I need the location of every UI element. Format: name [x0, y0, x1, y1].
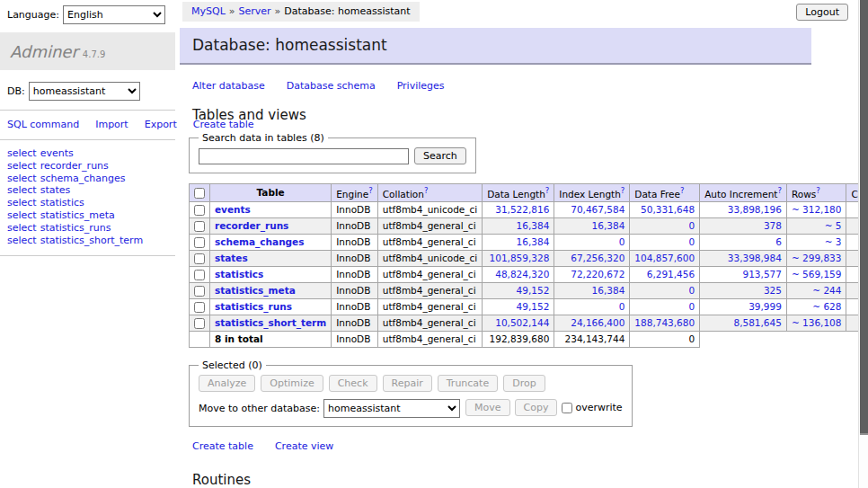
index-length-link[interactable]: 24,166,400: [559, 317, 624, 328]
auto-increment-link[interactable]: 378: [704, 220, 782, 231]
data-free-link[interactable]: 50,331,648: [634, 204, 695, 215]
index-length-link[interactable]: 16,384: [559, 220, 624, 231]
row-checkbox[interactable]: [194, 270, 205, 280]
create-table-link[interactable]: Create table: [192, 440, 253, 452]
table-name-link[interactable]: statistics_short_term: [215, 317, 326, 328]
db-select[interactable]: homeassistant: [29, 82, 140, 101]
data-length-link[interactable]: 16,384: [487, 220, 549, 231]
select-all-checkbox[interactable]: [194, 188, 205, 199]
auto-increment-link[interactable]: 8,581,645: [704, 317, 782, 328]
auto-increment-link[interactable]: 6: [704, 236, 782, 247]
sidebar-table-link[interactable]: statistics_short_term: [40, 235, 143, 246]
row-checkbox[interactable]: [194, 237, 205, 248]
data-free-link[interactable]: 0: [634, 301, 695, 312]
data-length-link[interactable]: 101,859,328: [487, 253, 549, 263]
language-select[interactable]: English: [63, 5, 165, 24]
table-name-link[interactable]: recorder_runs: [215, 220, 288, 231]
overwrite-checkbox[interactable]: [562, 403, 572, 413]
help-link[interactable]: ?: [816, 186, 820, 195]
help-link[interactable]: ?: [424, 186, 429, 195]
data-free-link[interactable]: 104,857,600: [634, 253, 695, 263]
privileges-link[interactable]: Privileges: [397, 80, 445, 92]
data-free-link[interactable]: 0: [634, 220, 695, 231]
data-free-link[interactable]: 188,743,680: [634, 317, 695, 328]
sidebar-table-link[interactable]: recorder_runs: [40, 160, 109, 172]
table-name-link[interactable]: schema_changes: [215, 236, 305, 247]
rows-count-link[interactable]: ~ 3: [792, 236, 842, 247]
index-length-link[interactable]: 16,384: [559, 285, 624, 296]
rows-count-link[interactable]: ~ 299,833: [792, 253, 842, 263]
auto-increment-link[interactable]: 913,577: [704, 269, 782, 279]
truncate-button[interactable]: Truncate: [438, 375, 498, 392]
sidebar-table-link[interactable]: states: [40, 184, 71, 196]
rows-count-link[interactable]: ~ 136,108: [792, 317, 842, 328]
analyze-button[interactable]: Analyze: [199, 375, 255, 392]
table-name-link[interactable]: statistics_meta: [215, 285, 296, 296]
auto-increment-link[interactable]: 33,398,984: [704, 253, 782, 263]
export-link[interactable]: Export: [145, 119, 177, 130]
scrollbar-thumb[interactable]: [860, 0, 868, 435]
help-link[interactable]: ?: [621, 186, 625, 195]
search-input[interactable]: [199, 148, 409, 164]
help-link[interactable]: ?: [777, 186, 782, 195]
index-length-link[interactable]: 67,256,320: [559, 253, 624, 263]
vertical-scrollbar[interactable]: [858, 0, 868, 488]
rows-count-link[interactable]: ~ 569,159: [792, 269, 842, 279]
rows-count-link[interactable]: ~ 628: [792, 301, 842, 312]
auto-increment-link[interactable]: 33,898,196: [704, 204, 782, 215]
row-checkbox[interactable]: [194, 302, 205, 313]
auto-increment-link[interactable]: 39,999: [704, 301, 782, 312]
select-link[interactable]: select: [7, 209, 37, 221]
data-free-link[interactable]: 6,291,456: [634, 269, 695, 279]
breadcrumb-mysql-link[interactable]: MySQL: [191, 5, 226, 17]
help-link[interactable]: ?: [368, 186, 373, 195]
sidebar-table-link[interactable]: statistics_meta: [40, 209, 115, 221]
data-free-link[interactable]: 0: [634, 236, 695, 247]
table-name-link[interactable]: statistics_runs: [215, 301, 292, 312]
check-button[interactable]: Check: [329, 375, 377, 392]
select-link[interactable]: select: [7, 147, 37, 159]
help-link[interactable]: ?: [545, 186, 550, 195]
repair-button[interactable]: Repair: [383, 375, 432, 392]
select-link[interactable]: select: [7, 184, 37, 196]
data-length-link[interactable]: 16,384: [487, 236, 549, 247]
optimize-button[interactable]: Optimize: [261, 375, 323, 392]
copy-button[interactable]: Copy: [515, 399, 558, 416]
move-database-select[interactable]: homeassistant: [323, 399, 460, 418]
index-length-link[interactable]: 0: [559, 236, 624, 247]
move-button[interactable]: Move: [465, 399, 510, 416]
sidebar-table-link[interactable]: statistics: [40, 197, 84, 209]
row-checkbox[interactable]: [194, 318, 205, 329]
index-length-link[interactable]: 72,220,672: [559, 269, 624, 279]
help-link[interactable]: ?: [680, 186, 685, 195]
row-checkbox[interactable]: [194, 221, 205, 232]
sidebar-table-link[interactable]: statistics_runs: [40, 222, 111, 234]
auto-increment-link[interactable]: 325: [704, 285, 782, 296]
database-schema-link[interactable]: Database schema: [287, 80, 376, 92]
search-button[interactable]: Search: [414, 147, 466, 164]
data-length-link[interactable]: 31,522,816: [487, 204, 549, 215]
logout-button[interactable]: Logout: [796, 4, 848, 21]
row-checkbox[interactable]: [194, 286, 205, 297]
row-checkbox[interactable]: [194, 253, 205, 264]
table-name-link[interactable]: statistics: [215, 269, 263, 279]
data-free-link[interactable]: 0: [634, 285, 695, 296]
data-length-link[interactable]: 49,152: [487, 301, 549, 312]
data-length-link[interactable]: 49,152: [487, 285, 549, 296]
index-length-link[interactable]: 70,467,584: [559, 204, 624, 215]
index-length-link[interactable]: 0: [559, 301, 624, 312]
alter-database-link[interactable]: Alter database: [192, 80, 265, 92]
select-link[interactable]: select: [7, 235, 37, 246]
select-link[interactable]: select: [7, 160, 37, 172]
rows-count-link[interactable]: ~ 312,180: [792, 204, 842, 215]
data-length-link[interactable]: 48,824,320: [487, 269, 549, 279]
sidebar-table-link[interactable]: events: [40, 147, 74, 159]
select-link[interactable]: select: [7, 222, 37, 234]
drop-button[interactable]: Drop: [503, 375, 545, 392]
row-checkbox[interactable]: [194, 205, 205, 216]
sidebar-table-link[interactable]: schema_changes: [40, 173, 126, 184]
data-length-link[interactable]: 10,502,144: [487, 317, 549, 328]
select-link[interactable]: select: [7, 173, 37, 184]
rows-count-link[interactable]: ~ 5: [792, 220, 842, 231]
rows-count-link[interactable]: ~ 244: [792, 285, 842, 296]
